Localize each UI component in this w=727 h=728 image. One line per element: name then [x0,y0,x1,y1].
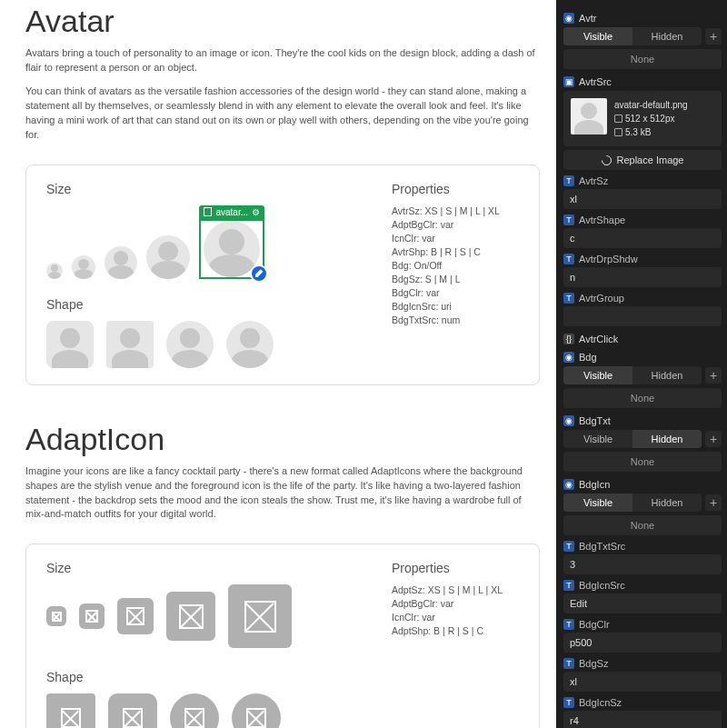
field-avtrdrpshdw[interactable] [563,267,722,287]
field-bdgtxtsrc[interactable] [563,554,722,574]
avatar-props-title: Properties [392,182,519,196]
field-label: AvtrShape [579,214,625,225]
adapt-shape-circle[interactable] [170,693,219,728]
bdgicn-hidden-toggle[interactable]: Hidden [632,494,702,512]
prop-line: BdgClr: var [392,287,519,298]
bdg-none[interactable]: None [563,388,722,408]
replace-image-button[interactable]: Replace Image [563,150,722,170]
bdgicn-none[interactable]: None [563,515,722,535]
prop-line: AvtrSz: XS | S | M | L | XL [392,205,519,216]
prop-line: AdptBgClr: var [392,598,519,609]
field-avtrsz[interactable] [563,189,722,209]
gear-icon[interactable]: ⚙ [252,207,260,217]
adapticon-heading: AdaptIcon [25,422,540,457]
bdgtxt-none[interactable]: None [563,452,722,472]
image-source-card: avatar-default.png 512 x 512px 5.3 kB [563,91,722,146]
field-avtrshape[interactable] [563,228,722,248]
image-filename: avatar-default.png [614,98,688,112]
filesize-icon [614,128,622,136]
text-type-icon: T [563,175,574,186]
avatar-card: Size avatar... ⚙ Sh [25,165,540,385]
group-bdgtxt[interactable]: BdgTxt [579,415,611,426]
image-icon: ▣ [563,76,574,87]
bdgicn-add-button[interactable]: + [705,494,722,511]
main-canvas: Avatar Avatars bring a touch of personal… [0,0,556,728]
prop-line: BdgSz: S | M | L [392,274,519,284]
avatar-size-row: avatar... ⚙ [46,205,373,279]
avatar-shape-circle-2[interactable] [226,321,274,368]
field-bdgicnsz[interactable] [563,711,722,728]
shape-label: Shape [46,297,373,312]
group-avtrclick[interactable]: AvtrClick [579,334,618,344]
adapt-m[interactable] [117,598,154,634]
text-type-icon: T [563,619,574,630]
visibility-icon: ◉ [563,352,574,363]
selection-label: avatar... ⚙ [199,205,264,219]
avtr-hidden-toggle[interactable]: Hidden [632,27,702,45]
avatar-m[interactable] [105,246,137,279]
avatar-xs[interactable] [46,263,63,279]
adapt-s[interactable] [79,603,105,629]
avatar-shape-row [46,321,373,368]
text-type-icon: T [563,658,574,669]
visibility-icon: ◉ [563,13,574,24]
avatar-desc-2: You can think of avatars as the versatil… [25,85,540,143]
inspector-panel: ◉Avtr Visible Hidden + None ▣AvtrSrc ava… [556,0,727,728]
bdg-visible-toggle[interactable]: Visible [563,366,632,384]
adapt-shape-square[interactable] [46,693,95,728]
adapticon-desc: Imagine your icons are like a fancy cock… [25,464,540,523]
field-avtrgroup[interactable] [563,306,722,326]
field-bdgicnsrc[interactable] [563,593,722,613]
field-label: AvtrSz [579,175,608,186]
bdg-add-button[interactable]: + [705,367,722,384]
avtr-none[interactable]: None [563,49,722,69]
adapt-props-title: Properties [392,561,519,575]
image-thumbnail[interactable] [571,98,607,135]
field-label: BdgIcnSrc [579,580,625,591]
prop-line: AvtrShp: B | R | S | C [392,246,519,257]
field-label: AvtrDrpShdw [579,254,638,264]
adapt-xl[interactable] [228,584,292,648]
field-label: BdgTxtSrc [579,541,625,552]
avtr-add-button[interactable]: + [705,28,722,45]
avatar-s[interactable] [72,255,95,279]
group-bdg[interactable]: Bdg [579,352,597,363]
bdgtxt-visible-toggle[interactable]: Visible [563,430,632,448]
adapt-xs[interactable] [46,606,66,626]
avatar-shape-square[interactable] [46,321,94,368]
group-avtrsrc[interactable]: AvtrSrc [579,76,612,87]
field-bdgsz[interactable] [563,672,722,692]
field-label: BdgIcnSz [579,697,622,708]
prop-line: AdptBgClr: var [392,219,519,230]
bdgicn-visible-toggle[interactable]: Visible [563,494,632,512]
avatar-desc-1: Avatars bring a touch of personality to … [25,46,540,75]
field-bdgclr[interactable] [563,633,722,653]
avatar-shape-circle[interactable] [166,321,214,368]
edit-badge-icon[interactable] [250,264,268,283]
field-label: BdgClr [579,619,610,630]
group-avtr[interactable]: Avtr [579,13,596,24]
avatar-xl-selected[interactable]: avatar... ⚙ [199,205,264,279]
adapt-shape-rounded[interactable] [108,693,157,728]
bdgtxt-hidden-toggle[interactable]: Hidden [632,430,702,448]
avtr-visible-toggle[interactable]: Visible [563,27,632,45]
prop-line: BdgIcnSrc: uri [392,301,519,312]
adapt-shape-circle2[interactable] [232,693,281,728]
group-bdgicn[interactable]: BdgIcn [579,479,610,490]
text-type-icon: T [563,697,574,708]
bdgtxt-add-button[interactable]: + [705,431,722,447]
layer-icon [204,207,212,216]
adapt-l[interactable] [166,592,215,641]
refresh-icon [599,153,613,167]
avatar-l[interactable] [146,235,190,279]
text-type-icon: T [563,254,574,264]
text-type-icon: T [563,293,574,304]
text-type-icon: T [563,214,574,225]
prop-line: AdptSz: XS | S | M | L | XL [392,584,519,595]
prop-line: BdgTxtSrc: num [392,314,519,325]
size-label: Size [46,182,373,196]
avatar-shape-rounded[interactable] [106,321,154,368]
adapt-size-label: Size [46,561,373,575]
prop-line: IcnClr: var [392,612,519,623]
bdg-hidden-toggle[interactable]: Hidden [632,366,702,384]
